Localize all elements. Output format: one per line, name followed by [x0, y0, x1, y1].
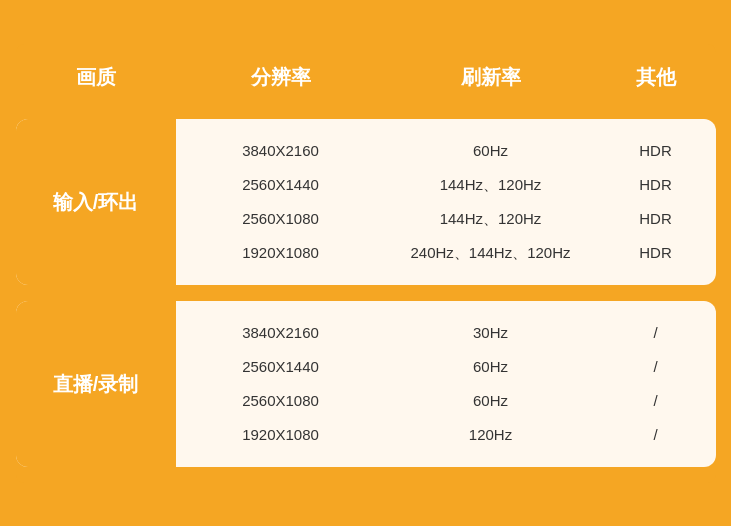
res-1-2: 2560X1080 — [186, 207, 376, 231]
oth-1-1: HDR — [639, 173, 672, 197]
ref-1-0: 60Hz — [396, 139, 586, 163]
main-container: 画质 分辨率 刷新率 其他 输入/环出 3840X2160 2560X1440 … — [16, 44, 716, 483]
header-resolution: 分辨率 — [176, 54, 386, 101]
res-2-2: 2560X1080 — [186, 389, 376, 413]
res-2-3: 1920X1080 — [186, 423, 376, 447]
header-other: 其他 — [596, 54, 716, 101]
ref-2-3: 120Hz — [396, 423, 586, 447]
ref-2-0: 30Hz — [396, 321, 586, 345]
table-header: 画质 分辨率 刷新率 其他 — [16, 44, 716, 111]
ref-1-1: 144Hz、120Hz — [396, 173, 586, 197]
res-1-3: 1920X1080 — [186, 241, 376, 265]
oth-2-3: / — [653, 423, 657, 447]
input-output-text: 输入/环出 — [53, 187, 139, 217]
oth-1-3: HDR — [639, 241, 672, 265]
other-group-1: HDR HDR HDR HDR — [596, 119, 716, 285]
resolution-group-1: 3840X2160 2560X1440 2560X1080 1920X1080 — [176, 119, 386, 285]
other-group-2: / / / / — [596, 301, 716, 467]
oth-1-0: HDR — [639, 139, 672, 163]
refresh-group-2: 30Hz 60Hz 60Hz 120Hz — [386, 301, 596, 467]
spec-table: 画质 分辨率 刷新率 其他 输入/环出 3840X2160 2560X1440 … — [16, 44, 716, 467]
resolution-group-2: 3840X2160 2560X1440 2560X1080 1920X1080 — [176, 301, 386, 467]
header-refresh: 刷新率 — [386, 54, 596, 101]
res-1-0: 3840X2160 — [186, 139, 376, 163]
oth-2-1: / — [653, 355, 657, 379]
oth-2-2: / — [653, 389, 657, 413]
label-streaming: 直播/录制 — [16, 301, 176, 467]
oth-1-2: HDR — [639, 207, 672, 231]
ref-2-1: 60Hz — [396, 355, 586, 379]
ref-1-2: 144Hz、120Hz — [396, 207, 586, 231]
res-2-1: 2560X1440 — [186, 355, 376, 379]
ref-1-3: 240Hz、144Hz、120Hz — [396, 241, 586, 265]
row-streaming-inner: 直播/录制 3840X2160 2560X1440 2560X1080 1920… — [16, 301, 716, 467]
ref-2-2: 60Hz — [396, 389, 586, 413]
header-quality: 画质 — [16, 54, 176, 101]
row-streaming: 直播/录制 3840X2160 2560X1440 2560X1080 1920… — [16, 301, 716, 467]
refresh-group-1: 60Hz 144Hz、120Hz 144Hz、120Hz 240Hz、144Hz… — [386, 119, 596, 285]
oth-2-0: / — [653, 321, 657, 345]
res-2-0: 3840X2160 — [186, 321, 376, 345]
res-1-1: 2560X1440 — [186, 173, 376, 197]
row-input-output: 输入/环出 3840X2160 2560X1440 2560X1080 1920… — [16, 119, 716, 285]
row-input-output-inner: 输入/环出 3840X2160 2560X1440 2560X1080 1920… — [16, 119, 716, 285]
label-input-output: 输入/环出 — [16, 119, 176, 285]
streaming-text: 直播/录制 — [53, 369, 139, 399]
